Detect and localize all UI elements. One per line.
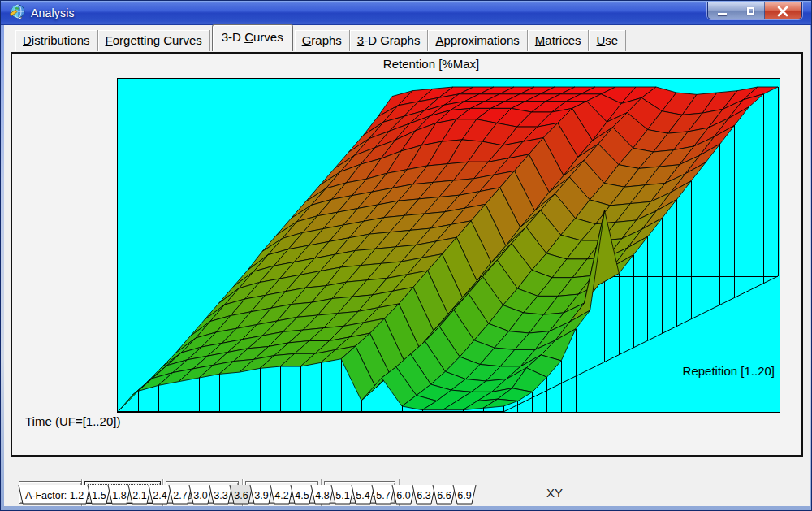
afactor-tab-5.1[interactable]: 5.1 [331, 485, 354, 504]
afactor-tab-5.4[interactable]: 5.4 [352, 485, 374, 504]
title-bar: Analysis [1, 1, 811, 25]
tab-graphs[interactable]: Graphs [295, 30, 350, 51]
client-area: DistributionsForgetting Curves3-D Curves… [4, 25, 810, 506]
svg-text:A-Factor: 1.2: A-Factor: 1.2 [25, 490, 84, 501]
tab-approximations[interactable]: Approximations [428, 30, 527, 51]
afactor-tab-3.0[interactable]: 3.0 [189, 485, 212, 504]
chart-title: Retention [%Max] [61, 57, 801, 71]
svg-text:4.8: 4.8 [315, 490, 329, 501]
svg-text:3.3: 3.3 [214, 490, 227, 501]
svg-text:6.0: 6.0 [396, 490, 410, 501]
svg-text:1.8: 1.8 [112, 490, 126, 501]
svg-text:2.4: 2.4 [153, 490, 166, 501]
svg-text:5.1: 5.1 [335, 490, 349, 501]
tab-3-d-curves[interactable]: 3-D Curves [212, 24, 293, 51]
y-axis-label: Repetition [1..20] [683, 364, 775, 378]
afactor-tab-4.8[interactable]: 4.8 [311, 485, 334, 504]
window-title: Analysis [31, 6, 75, 19]
svg-text:2.1: 2.1 [132, 490, 146, 501]
afactor-tab-6.6[interactable]: 6.6 [433, 485, 456, 504]
svg-text:6.9: 6.9 [457, 490, 471, 501]
afactor-tab-5.7[interactable]: 5.7 [372, 485, 395, 504]
svg-text:3.0: 3.0 [193, 490, 207, 501]
afactor-tab-3.6[interactable]: 3.6 [230, 485, 253, 504]
tab-distributions[interactable]: Distributions [15, 30, 98, 51]
afactor-tab-2.1[interactable]: 2.1 [128, 485, 151, 504]
chart-panel: Retention [%Max] Repetition [1..20] Time… [11, 52, 803, 457]
svg-text:2.7: 2.7 [173, 490, 187, 501]
svg-text:1.5: 1.5 [92, 490, 106, 501]
svg-text:6.6: 6.6 [437, 490, 451, 501]
x-axis-label: Time (UF=[1..20]) [25, 414, 120, 428]
afactor-tab-strip: A-Factor: 1.21.51.82.12.42.73.03.33.63.9… [12, 485, 805, 507]
surface-chart [118, 79, 780, 412]
plot-area: Repetition [1..20] [117, 78, 780, 413]
minimize-button[interactable] [708, 2, 736, 19]
afactor-tab-6.9[interactable]: 6.9 [453, 485, 476, 504]
svg-text:3.6: 3.6 [234, 490, 248, 501]
svg-text:6.3: 6.3 [417, 490, 430, 501]
afactor-tab-4.5[interactable]: 4.5 [291, 485, 313, 504]
close-button[interactable] [765, 2, 801, 19]
afactor-tab-2.4[interactable]: 2.4 [149, 485, 171, 504]
close-icon [776, 5, 789, 18]
tab-3-d-graphs[interactable]: 3-D Graphs [350, 30, 429, 51]
afactor-tab-2.7[interactable]: 2.7 [169, 485, 192, 504]
app-globe-icon [8, 4, 26, 22]
afactor-tab-1.2[interactable]: A-Factor: 1.2 [19, 485, 90, 504]
svg-text:5.7: 5.7 [376, 490, 390, 501]
minimize-icon [718, 13, 727, 15]
svg-text:3.9: 3.9 [254, 490, 268, 501]
afactor-tab-3.9[interactable]: 3.9 [250, 485, 273, 504]
maximize-button[interactable] [736, 2, 765, 19]
svg-text:4.5: 4.5 [295, 490, 309, 501]
afactor-tab-6.3[interactable]: 6.3 [412, 485, 435, 504]
tab-forgetting-curves[interactable]: Forgetting Curves [98, 30, 210, 51]
tab-matrices[interactable]: Matrices [528, 30, 590, 51]
afactor-tab-6.0[interactable]: 6.0 [392, 485, 415, 504]
svg-text:4.2: 4.2 [274, 490, 288, 501]
analysis-window: Analysis DistributionsForgetting Curves3… [0, 0, 812, 511]
afactor-tab-3.3[interactable]: 3.3 [209, 485, 232, 504]
window-controls [707, 2, 802, 19]
svg-text:5.4: 5.4 [356, 490, 369, 501]
afactor-tab-1.8[interactable]: 1.8 [108, 485, 131, 504]
maximize-icon [747, 7, 754, 15]
afactor-tab-1.5[interactable]: 1.5 [88, 485, 110, 504]
afactor-tab-4.2[interactable]: 4.2 [270, 485, 293, 504]
tab-bar: DistributionsForgetting Curves3-D Curves… [15, 28, 626, 51]
tab-use[interactable]: Use [589, 30, 626, 51]
